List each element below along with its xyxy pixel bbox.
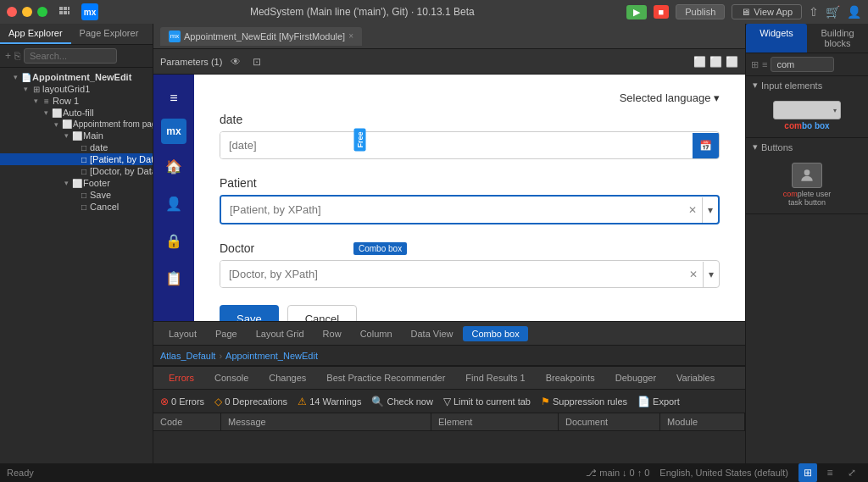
language-selector[interactable]: Selected language ▾ [620, 91, 720, 104]
tab-widgets[interactable]: Widgets [746, 24, 807, 53]
nav-lock-icon[interactable]: 🔒 [159, 225, 189, 256]
grid-bottom-icon[interactable]: ⊞ [798, 463, 817, 482]
git-branch[interactable]: ⎇ main ↓ 0 ↑ 0 [586, 468, 649, 479]
limit-tab-btn[interactable]: ▽ Limit to current tab [443, 396, 531, 407]
tab-data-view[interactable]: Data View [403, 326, 462, 341]
svg-point-6 [804, 169, 810, 175]
suppression-btn[interactable]: ⚑ Suppression rules [541, 396, 627, 407]
breadcrumb-appointment[interactable]: Appointment_NewEdit [225, 351, 318, 361]
monitor-icon[interactable]: ⊡ [249, 54, 264, 69]
combo-box-preview: ▾ [773, 101, 841, 119]
tree-item-doctor[interactable]: □ [Doctor, by Database] [0, 165, 153, 177]
eye-icon[interactable]: 👁 [227, 54, 244, 69]
tab-app-explorer[interactable]: App Explorer [0, 24, 71, 44]
patient-dropdown-icon[interactable]: ▾ [702, 197, 718, 223]
list-view-icon[interactable]: ≡ [762, 59, 767, 70]
calendar-icon[interactable]: 📅 [693, 133, 719, 158]
tab-row[interactable]: Row [314, 326, 350, 341]
doctor-field-wrapper: ✕ ▾ [220, 260, 720, 288]
user-icon[interactable]: 👤 [847, 5, 861, 19]
cancel-form-button[interactable]: Cancel [287, 305, 357, 321]
props-search-input[interactable] [771, 57, 834, 72]
file-tab[interactable]: mx Appointment_NewEdit [MyFirstModule] × [160, 27, 362, 46]
check-now-btn[interactable]: 🔍 Check now [371, 396, 432, 407]
field-icon: □ [78, 155, 90, 164]
tree-item-cancel[interactable]: □ Cancel [0, 201, 153, 213]
input-elements-section: ▾ Input elements ▾ combo box [746, 76, 868, 138]
tab-errors[interactable]: Errors [160, 370, 203, 385]
export-btn[interactable]: 📄 Export [637, 396, 680, 407]
hamburger-icon[interactable]: ≡ [170, 91, 177, 106]
save-form-button[interactable]: Save [220, 305, 279, 321]
tree-search-input[interactable] [24, 48, 117, 64]
close-tab-icon[interactable]: × [348, 31, 353, 41]
share-icon[interactable]: ⇧ [809, 5, 819, 19]
breadcrumb-atlas[interactable]: Atlas_Default [160, 351, 215, 361]
tree-item-layoutgrid1[interactable]: ▾ ⊞ layoutGrid1 [0, 83, 153, 95]
tab-building-blocks[interactable]: Building blocks [807, 24, 868, 53]
tree-label: Auto-fill [63, 108, 94, 118]
new-icon[interactable]: + [5, 50, 11, 62]
nav-user-icon[interactable]: 👤 [159, 188, 189, 219]
tree-item-date[interactable]: □ date [0, 141, 153, 153]
tab-column[interactable]: Column [352, 326, 401, 341]
tree-item-autofill[interactable]: ▾ ⬜ Auto-fill [0, 107, 153, 119]
tab-page[interactable]: Page [207, 326, 246, 341]
tree-item-patient[interactable]: □ [Patient, by Database] [0, 153, 153, 165]
tree-label: date [90, 142, 108, 152]
doctor-clear-icon[interactable]: ✕ [684, 262, 703, 287]
tab-console[interactable]: Console [206, 370, 257, 385]
minimize-button[interactable] [22, 7, 32, 17]
list-bottom-icon[interactable]: ≡ [821, 463, 839, 482]
input-elements-header[interactable]: ▾ Input elements [746, 76, 868, 94]
tab-layout[interactable]: Layout [160, 326, 205, 341]
grid-icon[interactable] [53, 3, 76, 20]
tab-layout-grid[interactable]: Layout Grid [248, 326, 313, 341]
date-input[interactable] [220, 132, 693, 158]
bottom-right-icons: ⊞ ≡ ⤢ [798, 463, 861, 482]
tab-find-results[interactable]: Find Results 1 [457, 370, 533, 385]
tree-item-appointment-from[interactable]: ▾ ⬜ Appointment from page para... [0, 119, 153, 130]
tree-item-save[interactable]: □ Save [0, 189, 153, 201]
mobile-icon[interactable]: ⬜ [726, 56, 738, 68]
tab-best-practice[interactable]: Best Practice Recommender [318, 370, 453, 385]
publish-button[interactable]: Publish [676, 4, 725, 19]
combo-box-widget[interactable]: ▾ combo box [753, 97, 861, 134]
warnings-count[interactable]: ⚠ 14 Warnings [298, 396, 361, 407]
run-button[interactable]: ▶ [626, 5, 647, 19]
cart-icon[interactable]: 🛒 [826, 5, 840, 19]
deprecations-count[interactable]: ◇ 0 Deprecations [214, 396, 287, 407]
copy-icon[interactable]: ⎘ [14, 50, 20, 62]
branch-icon: ⎇ [586, 468, 597, 479]
form-content: Selected language ▾ date 📅 Combo box Pat… [194, 75, 745, 321]
complete-user-task-widget[interactable]: complete usertask button [753, 159, 861, 210]
close-button[interactable] [7, 7, 17, 17]
expand-bottom-icon[interactable]: ⤢ [843, 463, 861, 482]
tab-variables[interactable]: Variables [668, 370, 723, 385]
errors-count[interactable]: ⊗ 0 Errors [160, 396, 204, 407]
tablet-icon[interactable]: ⬜ [709, 56, 722, 68]
doctor-dropdown-icon[interactable]: ▾ [703, 262, 719, 287]
view-app-button[interactable]: 🖥 View App [732, 4, 802, 19]
nav-doc-icon[interactable]: 📋 [159, 263, 189, 293]
tab-breakpoints[interactable]: Breakpoints [537, 370, 604, 385]
desktop-icon[interactable]: ⬜ [693, 56, 706, 68]
tab-page-explorer[interactable]: Page Explorer [71, 24, 147, 44]
tree-item-main[interactable]: ▾ ⬜ Main [0, 130, 153, 141]
tab-debugger[interactable]: Debugger [607, 370, 665, 385]
maximize-button[interactable] [37, 7, 47, 17]
tab-changes[interactable]: Changes [260, 370, 314, 385]
date-input-row: 📅 [220, 131, 720, 159]
tab-combo-box[interactable]: Combo box [463, 326, 527, 341]
params-label: Parameters (1) [160, 57, 222, 67]
grid-view-icon[interactable]: ⊞ [751, 59, 759, 70]
tree-item-row1[interactable]: ▾ ≡ Row 1 [0, 95, 153, 107]
doctor-input[interactable] [220, 261, 684, 287]
patient-input[interactable] [221, 197, 683, 223]
nav-home-icon[interactable]: 🏠 [159, 151, 189, 181]
stop-button[interactable]: ■ [654, 5, 670, 19]
tree-item-footer[interactable]: ▾ ⬜ Footer [0, 177, 153, 189]
patient-clear-icon[interactable]: ✕ [683, 197, 702, 223]
buttons-header[interactable]: ▾ Buttons [746, 138, 868, 156]
tree-item-appointment-newedit[interactable]: ▾ 📄 Appointment_NewEdit [0, 71, 153, 83]
